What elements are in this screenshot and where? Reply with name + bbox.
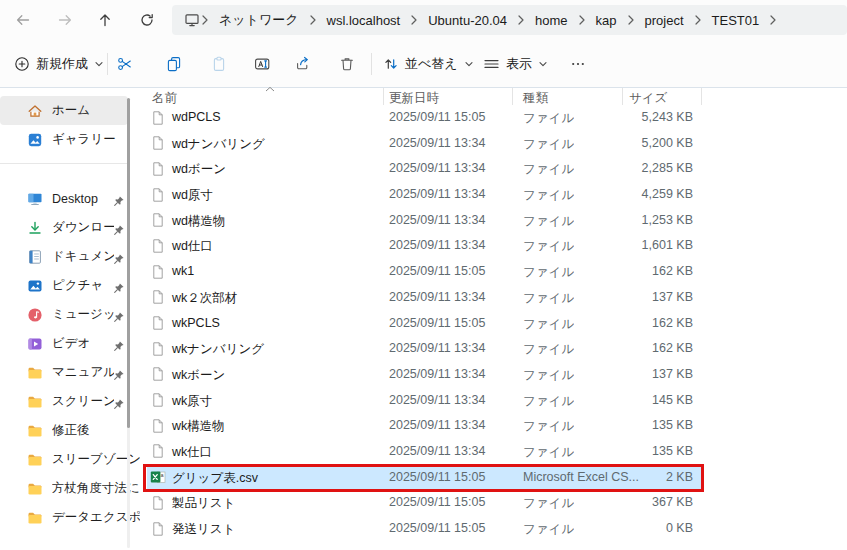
column-divider[interactable] [512,88,513,105]
sidebar-item-データエクスポート[interactable]: データエクスポート [0,503,140,532]
more-button[interactable] [560,48,596,80]
rename-button[interactable] [244,48,280,80]
file-modified: 2025/09/11 13:34 [389,290,485,304]
sidebar-scrollbar-thumb[interactable] [127,98,130,428]
sidebar-item-マニュアル[interactable]: マニュアル [0,358,140,387]
file-type: ファイル [523,341,574,358]
sidebar-item-ピクチャ[interactable]: ピクチャ [0,271,140,300]
arrow-up-icon [97,12,113,28]
file-type: ファイル [523,213,574,230]
sidebar-item-ドキュメント[interactable]: ドキュメント [0,242,140,271]
folder-icon [27,481,43,497]
paste-button[interactable] [201,48,237,80]
file-row-wdボーン[interactable]: wdボーン2025/09/11 13:34ファイル2,285 KB [147,156,703,182]
new-button[interactable]: 新規作成 [8,48,110,80]
chevron-right-icon [410,14,418,26]
delete-button[interactable] [329,48,365,80]
sidebar-item-修正後[interactable]: 修正後 [0,416,140,445]
folder-icon [27,365,43,381]
file-row-wd仕口[interactable]: wd仕口2025/09/11 13:34ファイル1,601 KB [147,233,703,259]
view-button[interactable]: 表示 [477,48,554,80]
sidebar-item-方杖角度寸法に[interactable]: 方杖角度寸法に [0,474,140,503]
file-type: ファイル [523,264,574,281]
document-icon [27,249,43,265]
sidebar-item-ダウンロード[interactable]: ダウンロード [0,213,140,242]
breadcrumb-segment[interactable]: project [636,7,693,33]
file-size: 4,259 KB [583,187,693,201]
forward-button[interactable] [50,6,80,34]
sidebar-item-label: ミュージック [52,306,114,323]
sidebar-item-label: マニュアル [52,364,114,381]
file-type: ファイル [523,418,574,435]
chevron-right-icon [578,14,586,26]
pin-icon [111,338,127,354]
file-name: wk1 [172,264,194,278]
file-type: ファイル [523,238,574,255]
breadcrumb-segment[interactable]: TEST01 [703,7,769,33]
file-row-wdナンバリング[interactable]: wdナンバリング2025/09/11 13:34ファイル5,200 KB [147,131,703,157]
breadcrumb-segment[interactable]: Ubuntu-20.04 [419,7,516,33]
file-size: 2,285 KB [583,161,693,175]
sidebar-item-スリーブゾーンType[interactable]: スリーブゾーンType [0,445,140,474]
sort-arrows-icon [383,56,399,72]
file-modified: 2025/09/11 15:05 [389,264,485,278]
copy-button[interactable] [156,48,192,80]
file-icon [150,161,166,177]
file-row-wkナンバリング[interactable]: wkナンバリング2025/09/11 13:34ファイル162 KB [147,336,703,362]
ellipsis-icon [570,56,586,72]
file-modified: 2025/09/11 13:34 [389,393,485,407]
sidebar-item-label: Desktop [52,192,98,206]
column-divider[interactable] [622,88,623,105]
cut-button[interactable] [107,48,143,80]
file-row-wd原寸[interactable]: wd原寸2025/09/11 13:34ファイル4,259 KB [147,182,703,208]
file-modified: 2025/09/11 13:34 [389,213,485,227]
breadcrumb-segment[interactable]: home [526,7,577,33]
file-row-wk仕口[interactable]: wk仕口2025/09/11 13:34ファイル135 KB [147,439,703,465]
file-modified: 2025/09/11 15:05 [389,521,485,535]
file-row-製品リスト[interactable]: 製品リスト2025/09/11 15:05ファイル367 KB [147,490,703,516]
sidebar-item-label: ドキュメント [52,248,114,265]
chevron-down-icon [538,59,548,69]
chevron-right-icon [309,14,317,26]
toolbar-divider [371,53,372,75]
breadcrumb-segment[interactable]: kap [587,7,626,33]
pin-icon [111,251,127,267]
breadcrumb-segment[interactable]: wsl.localhost [318,7,410,33]
sidebar-item-ミュージック[interactable]: ミュージック [0,300,140,329]
file-modified: 2025/09/11 13:34 [389,341,485,355]
up-button[interactable] [90,6,120,34]
breadcrumb-segment[interactable]: ネットワーク [210,7,308,33]
refresh-icon [139,12,155,28]
file-size: 5,200 KB [583,136,693,150]
sidebar-item-ビデオ[interactable]: ビデオ [0,329,140,358]
file-row-wdPCLS[interactable]: wdPCLS2025/09/11 15:05ファイル5,243 KB [147,105,703,131]
rename-icon [254,56,271,72]
file-icon [150,315,166,331]
file-row-wkPCLS[interactable]: wkPCLS2025/09/11 15:05ファイル162 KB [147,311,703,337]
file-type: ファイル [523,290,574,307]
file-size: 145 KB [583,393,693,407]
sidebar-item-ギャラリー[interactable]: ギャラリー [0,125,140,154]
file-row-wk原寸[interactable]: wk原寸2025/09/11 13:34ファイル145 KB [147,388,703,414]
file-row-グリップ表.csv[interactable]: aグリップ表.csv2025/09/11 15:05Microsoft Exce… [147,465,703,491]
file-row-wk1[interactable]: wk12025/09/11 15:05ファイル162 KB [147,259,703,285]
file-size: 137 KB [583,290,693,304]
file-type: ファイル [523,316,574,333]
column-divider[interactable] [383,88,384,105]
file-size: 135 KB [583,418,693,432]
refresh-button[interactable] [132,6,162,34]
sidebar-item-Desktop[interactable]: Desktop [0,184,140,213]
share-button[interactable] [285,48,321,80]
back-button[interactable] [8,6,38,34]
sidebar-item-ホーム[interactable]: ホーム [0,96,128,125]
file-row-wk構造物[interactable]: wk構造物2025/09/11 13:34ファイル135 KB [147,413,703,439]
file-row-wd構造物[interactable]: wd構造物2025/09/11 13:34ファイル1,253 KB [147,208,703,234]
file-type: ファイル [523,521,574,538]
column-divider[interactable] [701,88,702,105]
file-row-wkボーン[interactable]: wkボーン2025/09/11 13:34ファイル137 KB [147,362,703,388]
file-row-wk２次部材[interactable]: wk２次部材2025/09/11 13:34ファイル137 KB [147,285,703,311]
sidebar-item-スクリーンショッ[interactable]: スクリーンショッ [0,387,140,416]
file-size: 2 KB [583,470,693,484]
sort-button[interactable]: 並べ替え [377,48,480,80]
file-row-発送リスト[interactable]: 発送リスト2025/09/11 15:05ファイル0 KB [147,516,703,542]
